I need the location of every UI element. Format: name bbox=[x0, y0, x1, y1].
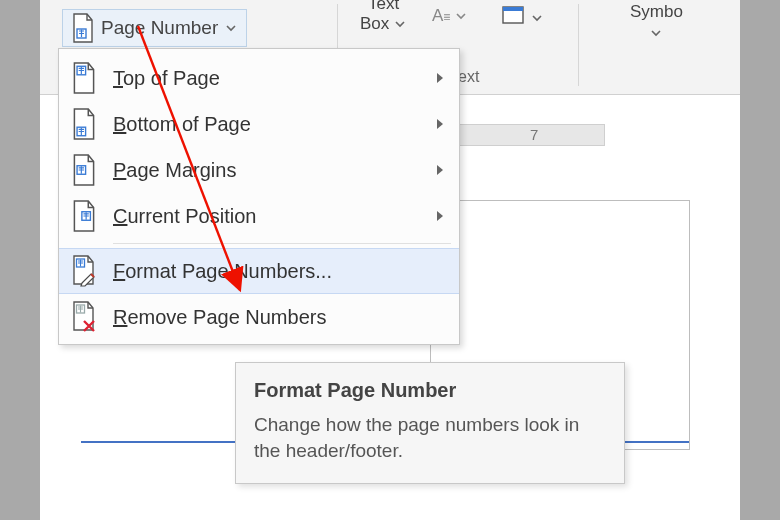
format-page-numbers-icon bbox=[69, 254, 99, 288]
submenu-arrow-icon bbox=[435, 113, 445, 136]
chevron-down-icon bbox=[530, 11, 544, 25]
chevron-down-icon bbox=[393, 17, 407, 31]
menu-item-format-page-numbers[interactable]: Format Page Numbers... bbox=[59, 248, 459, 294]
tooltip-title: Format Page Number bbox=[254, 379, 606, 402]
menu-item-label: Top of Page bbox=[113, 67, 421, 90]
page-number-label: Page Number bbox=[101, 17, 218, 39]
tooltip: Format Page Number Change how the page n… bbox=[235, 362, 625, 484]
quick-parts-icon bbox=[502, 4, 526, 31]
symbol-button[interactable]: Symbo bbox=[630, 2, 683, 40]
submenu-arrow-icon bbox=[435, 67, 445, 90]
menu-separator bbox=[113, 243, 451, 244]
menu-item-page-margins[interactable]: Page Margins bbox=[59, 147, 459, 193]
chevron-down-icon bbox=[224, 21, 238, 35]
menu-item-remove-page-numbers[interactable]: Remove Page Numbers bbox=[59, 294, 459, 340]
page-top-icon bbox=[69, 61, 99, 95]
menu-item-top-of-page[interactable]: Top of Page bbox=[59, 55, 459, 101]
ruler-tick: 7 bbox=[530, 126, 538, 143]
text-box-label-top: Text bbox=[368, 0, 399, 14]
tooltip-body: Change how the page numbers look in the … bbox=[254, 412, 606, 463]
submenu-arrow-icon bbox=[435, 159, 445, 182]
menu-item-label: Format Page Numbers... bbox=[113, 260, 445, 283]
ruler-track bbox=[445, 124, 605, 146]
menu-item-label: Bottom of Page bbox=[113, 113, 421, 136]
symbol-label: Symbo bbox=[630, 2, 683, 22]
menu-item-label: Page Margins bbox=[113, 159, 421, 182]
quick-parts-button[interactable] bbox=[502, 4, 544, 31]
submenu-arrow-icon bbox=[435, 205, 445, 228]
chevron-down-icon bbox=[649, 26, 663, 40]
menu-item-bottom-of-page[interactable]: Bottom of Page bbox=[59, 101, 459, 147]
menu-item-label: Current Position bbox=[113, 205, 421, 228]
remove-page-numbers-icon bbox=[69, 300, 99, 334]
menu-item-label: Remove Page Numbers bbox=[113, 306, 445, 329]
page-margins-icon bbox=[69, 153, 99, 187]
page-current-icon bbox=[69, 199, 99, 233]
font-style-icon: A≡ bbox=[432, 6, 450, 26]
text-box-button[interactable]: Text Box bbox=[360, 0, 407, 34]
chevron-down-icon bbox=[454, 9, 468, 23]
page-number-icon bbox=[71, 13, 95, 43]
font-style-button[interactable]: A≡ bbox=[432, 6, 468, 26]
app-window: Page Number Text Box A≡ bbox=[40, 0, 740, 520]
page-bottom-icon bbox=[69, 107, 99, 141]
text-box-label-bottom: Box bbox=[360, 14, 389, 34]
page-number-menu: Top of Page Bottom of Page Page Margins … bbox=[58, 48, 460, 345]
menu-item-current-position[interactable]: Current Position bbox=[59, 193, 459, 239]
page-number-button[interactable]: Page Number bbox=[62, 9, 247, 47]
ribbon-separator bbox=[578, 4, 579, 86]
svg-rect-2 bbox=[503, 7, 523, 11]
ribbon-group-label-text: ext bbox=[458, 68, 479, 86]
